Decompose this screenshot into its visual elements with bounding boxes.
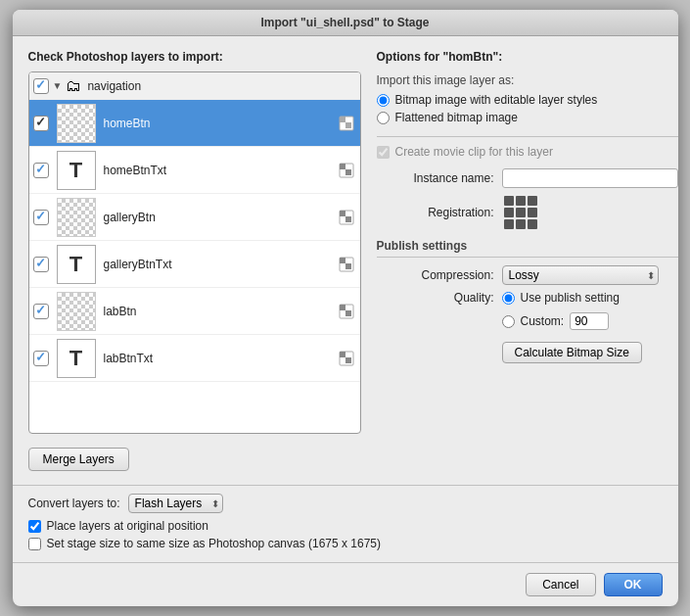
create-movie-label: Create movie clip for this layer xyxy=(395,145,553,159)
layer-item-homeBtn[interactable]: homeBtn xyxy=(29,100,360,147)
dialog-title: Import "ui_shell.psd" to Stage xyxy=(260,16,429,29)
svg-rect-11 xyxy=(345,263,351,269)
convert-label: Convert layers to: xyxy=(28,497,120,510)
layer-checkbox-galleryBtnTxt[interactable] xyxy=(33,257,49,272)
import-dialog: Import "ui_shell.psd" to Stage Check Pho… xyxy=(13,10,678,606)
layer-name-homeBtn: homeBtn xyxy=(104,117,337,130)
publish-settings: Publish settings Compression: Lossy Loss… xyxy=(377,239,678,363)
place-layers-checkbox[interactable] xyxy=(28,520,41,533)
reg-dot-ml[interactable] xyxy=(504,208,514,217)
bottom-controls: Convert layers to: Flash Layers ⬍ Place … xyxy=(13,485,678,562)
bitmap-icon-labBtn xyxy=(339,304,354,319)
svg-rect-14 xyxy=(345,310,351,316)
quality-custom-label: Custom: xyxy=(521,314,565,328)
calculate-bitmap-button[interactable]: Calculate Bitmap Size xyxy=(502,342,642,363)
title-bar: Import "ui_shell.psd" to Stage xyxy=(13,10,678,36)
layer-item-labBtnTxt[interactable]: T labBtnTxt xyxy=(29,335,360,382)
set-stage-checkbox[interactable] xyxy=(28,538,41,550)
layer-thumb-homeBtnTxt: T xyxy=(57,151,96,190)
layer-name-galleryBtnTxt: galleryBtnTxt xyxy=(104,258,337,271)
layer-name-labBtn: labBtn xyxy=(104,305,337,318)
bitmap-icon-homeBtn xyxy=(339,116,354,131)
import-as-label: Import this image layer as: xyxy=(377,73,678,87)
layer-item-homeBtnTxt[interactable]: T homeBtnTxt xyxy=(29,147,360,194)
registration-label: Registration: xyxy=(377,206,494,219)
layer-item-galleryBtnTxt[interactable]: T galleryBtnTxt xyxy=(29,241,360,288)
layers-list[interactable]: ▼ 🗂 navigation homeBtn xyxy=(28,71,361,434)
quality-publish-radio[interactable] xyxy=(502,292,515,305)
layer-checkbox-navigation[interactable] xyxy=(33,78,49,94)
radio-bitmap-label: Bitmap image with editable layer styles xyxy=(395,93,598,107)
layer-checkbox-labBtnTxt[interactable] xyxy=(33,351,49,366)
svg-rect-7 xyxy=(340,211,345,216)
merge-layers-button[interactable]: Merge Layers xyxy=(28,448,129,471)
right-panel-title: Options for "homBtn": xyxy=(377,50,678,64)
layer-checkbox-homeBtn[interactable] xyxy=(33,116,49,131)
radio-item-bitmap: Bitmap image with editable layer styles xyxy=(377,93,678,107)
publish-settings-label: Publish settings xyxy=(377,239,678,258)
svg-rect-4 xyxy=(340,164,345,169)
quality-publish-label: Use publish setting xyxy=(521,291,620,305)
compression-label: Compression: xyxy=(377,268,494,282)
layer-thumb-labBtnTxt: T xyxy=(57,339,96,378)
reg-dot-tc[interactable] xyxy=(516,196,526,206)
svg-rect-1 xyxy=(340,117,345,122)
expand-icon: ▼ xyxy=(53,80,63,91)
layer-thumb-homeBtn xyxy=(57,104,96,143)
layer-item-galleryBtn[interactable]: galleryBtn xyxy=(29,194,360,241)
layer-name-galleryBtn: galleryBtn xyxy=(104,211,337,224)
reg-dot-br[interactable] xyxy=(528,219,537,229)
layer-name-labBtnTxt: labBtnTxt xyxy=(104,352,337,365)
footer: Cancel OK xyxy=(13,562,678,606)
layer-name-homeBtnTxt: homeBtnTxt xyxy=(104,164,337,177)
reg-dot-mr[interactable] xyxy=(528,208,537,217)
quality-options: Use publish setting Custom: xyxy=(502,291,620,334)
layer-checkbox-labBtn[interactable] xyxy=(33,304,49,319)
reg-dot-tl[interactable] xyxy=(504,196,514,206)
layer-item-labBtn[interactable]: labBtn xyxy=(29,288,360,335)
svg-rect-5 xyxy=(345,169,351,175)
layer-icon-labBtn xyxy=(337,302,356,321)
registration-grid[interactable] xyxy=(504,196,537,229)
layer-thumb-galleryBtn xyxy=(57,198,96,237)
reg-dot-bl[interactable] xyxy=(504,219,514,229)
ok-button[interactable]: OK xyxy=(604,573,663,596)
quality-row: Quality: Use publish setting Custom: xyxy=(377,291,678,334)
reg-dot-tr[interactable] xyxy=(528,196,537,206)
create-movie-checkbox[interactable] xyxy=(377,146,390,159)
instance-name-input[interactable] xyxy=(502,168,678,188)
svg-rect-16 xyxy=(340,352,345,357)
compression-select[interactable]: Lossy Lossless xyxy=(502,265,659,285)
layer-item-navigation[interactable]: ▼ 🗂 navigation xyxy=(29,72,360,100)
compression-select-wrapper: Lossy Lossless ⬍ xyxy=(502,265,659,285)
flash-layers-select[interactable]: Flash Layers xyxy=(128,494,223,513)
instance-name-row: Instance name: xyxy=(377,168,678,188)
registration-row: Registration: xyxy=(377,196,678,229)
svg-rect-2 xyxy=(345,122,351,128)
radio-flattened[interactable] xyxy=(377,112,390,124)
place-layers-row: Place layers at original position xyxy=(28,519,663,533)
layer-name-navigation: navigation xyxy=(87,79,355,93)
quality-custom-radio[interactable] xyxy=(502,315,515,328)
type-icon-homeBtnTxt xyxy=(339,163,354,178)
left-panel-title: Check Photoshop layers to import: xyxy=(28,50,361,64)
cancel-button[interactable]: Cancel xyxy=(526,573,595,596)
reg-dot-mc[interactable] xyxy=(516,208,526,217)
flash-layers-select-wrapper: Flash Layers ⬍ xyxy=(128,494,223,513)
layer-checkbox-homeBtnTxt[interactable] xyxy=(33,163,49,178)
left-panel: Check Photoshop layers to import: ▼ 🗂 na… xyxy=(28,50,361,471)
compression-row: Compression: Lossy Lossless ⬍ xyxy=(377,265,678,285)
layer-checkbox-galleryBtn[interactable] xyxy=(33,210,49,225)
quality-publish-item: Use publish setting xyxy=(502,291,620,305)
bitmap-icon-galleryBtn xyxy=(339,210,354,225)
layer-icon-galleryBtnTxt xyxy=(337,255,356,274)
type-icon-galleryBtnTxt xyxy=(339,257,354,272)
import-type-group: Bitmap image with editable layer styles … xyxy=(377,93,678,124)
reg-dot-bc[interactable] xyxy=(516,219,526,229)
quality-custom-input[interactable] xyxy=(570,312,609,330)
dialog-body: Check Photoshop layers to import: ▼ 🗂 na… xyxy=(13,36,678,485)
layer-icon-homeBtn xyxy=(337,114,356,133)
svg-rect-13 xyxy=(340,305,345,310)
radio-bitmap[interactable] xyxy=(377,94,390,107)
layer-thumb-labBtn xyxy=(57,292,96,331)
